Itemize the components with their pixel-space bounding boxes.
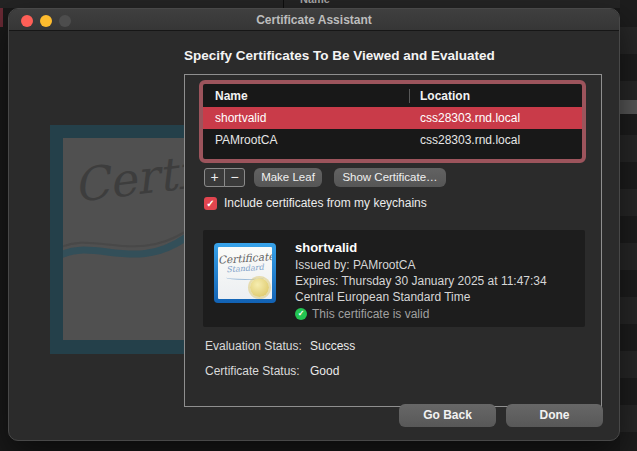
certificate-timezone: Central European Standard Time bbox=[295, 289, 547, 305]
certificate-issuer: Issued by: PAMrootCA bbox=[295, 257, 547, 273]
watermark-flourish bbox=[63, 138, 184, 340]
certificate-detail-card: Certificate Standard shortvalid Issued b… bbox=[203, 230, 585, 327]
column-header-name[interactable]: Name bbox=[203, 89, 409, 103]
table-header-row: Name Location bbox=[203, 84, 582, 107]
page-title: Specify Certificates To Be Viewed and Ev… bbox=[184, 48, 614, 63]
cell-location[interactable]: css28303.rnd.local bbox=[409, 111, 582, 125]
zoom-button bbox=[59, 15, 71, 27]
background-column-divider bbox=[283, 0, 284, 8]
add-button[interactable]: + bbox=[204, 168, 225, 187]
certificate-name: shortvalid bbox=[295, 240, 547, 255]
certificate-status-label: Certificate Status: bbox=[205, 364, 310, 378]
show-certificate-button[interactable]: Show Certificate… bbox=[334, 168, 446, 187]
cell-name[interactable]: shortvalid bbox=[203, 111, 409, 125]
valid-check-icon bbox=[295, 308, 307, 320]
table-row[interactable]: PAMrootCA css28303.rnd.local bbox=[203, 129, 582, 151]
certificate-icon: Certificate Standard bbox=[214, 243, 276, 303]
background-window-strip: Name bbox=[0, 0, 637, 8]
certificate-watermark: Certificate bbox=[50, 125, 184, 354]
title-bar[interactable]: Certificate Assistant bbox=[9, 9, 619, 31]
checkbox-label[interactable]: Include certificates from my keychains bbox=[224, 196, 427, 210]
window-title: Certificate Assistant bbox=[9, 9, 619, 31]
certificates-table[interactable]: Name Location shortvalid css28303.rnd.lo… bbox=[199, 80, 586, 163]
done-button[interactable]: Done bbox=[506, 404, 603, 427]
remove-button[interactable]: − bbox=[224, 168, 245, 187]
checkbox-checked-icon[interactable] bbox=[204, 197, 217, 210]
include-keychains-row: Include certificates from my keychains bbox=[204, 196, 427, 210]
table-row[interactable]: shortvalid css28303.rnd.local bbox=[203, 107, 582, 129]
add-remove-group: + − bbox=[204, 168, 245, 187]
background-selected-row bbox=[620, 100, 637, 114]
go-back-button[interactable]: Go Back bbox=[399, 404, 496, 427]
evaluation-status-row: Evaluation Status: Success bbox=[205, 339, 355, 353]
cell-location[interactable]: css28303.rnd.local bbox=[409, 133, 582, 147]
screen: Name Certificate Assistant Certificate S… bbox=[0, 0, 637, 451]
background-column-header: Name bbox=[300, 0, 330, 5]
certificate-status-value: Good bbox=[310, 364, 339, 378]
make-leaf-button[interactable]: Make Leaf bbox=[254, 168, 322, 187]
certificate-assistant-window: Certificate Assistant Certificate Specif… bbox=[8, 8, 620, 441]
background-edge-fragment bbox=[0, 8, 3, 27]
watermark-paper: Certificate bbox=[63, 138, 184, 340]
evaluation-status-label: Evaluation Status: bbox=[205, 339, 310, 353]
certificate-status-row: Certificate Status: Good bbox=[205, 364, 339, 378]
close-button[interactable] bbox=[21, 15, 33, 27]
column-header-location[interactable]: Location bbox=[409, 89, 582, 103]
validity-text: This certificate is valid bbox=[312, 307, 429, 321]
certificate-expiry: Expires: Thursday 30 January 2025 at 11:… bbox=[295, 273, 547, 289]
gold-seal-icon bbox=[250, 278, 269, 297]
minimize-button[interactable] bbox=[40, 15, 52, 27]
evaluation-status-value: Success bbox=[310, 339, 355, 353]
cell-name[interactable]: PAMrootCA bbox=[203, 133, 409, 147]
certificate-icon-paper: Certificate Standard bbox=[218, 247, 272, 299]
content-panel: Name Location shortvalid css28303.rnd.lo… bbox=[184, 74, 602, 407]
background-table-rows bbox=[620, 0, 637, 451]
certificate-summary: shortvalid Issued by: PAMrootCA Expires:… bbox=[295, 240, 547, 321]
validity-row: This certificate is valid bbox=[295, 307, 547, 321]
